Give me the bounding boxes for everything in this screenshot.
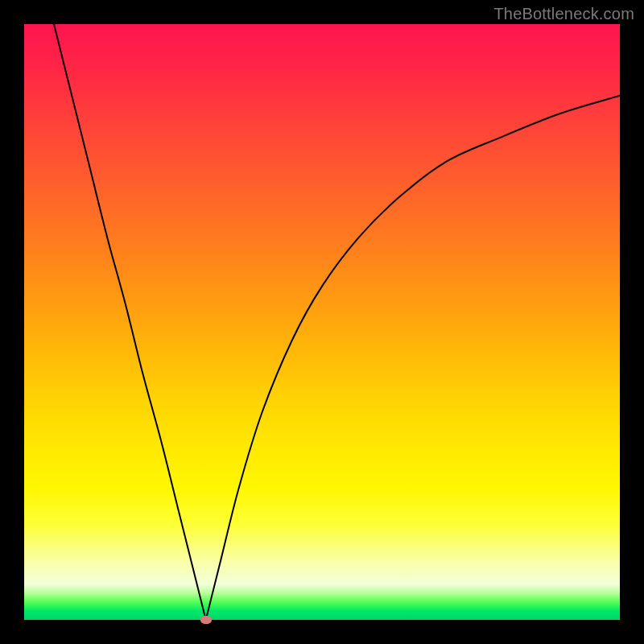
minimum-marker (200, 616, 212, 624)
watermark-text: TheBottleneck.com (493, 5, 634, 23)
chart-frame: TheBottleneck.com (0, 0, 644, 644)
bottleneck-curve (24, 24, 620, 620)
curve-path (54, 24, 620, 625)
plot-area (24, 24, 620, 620)
